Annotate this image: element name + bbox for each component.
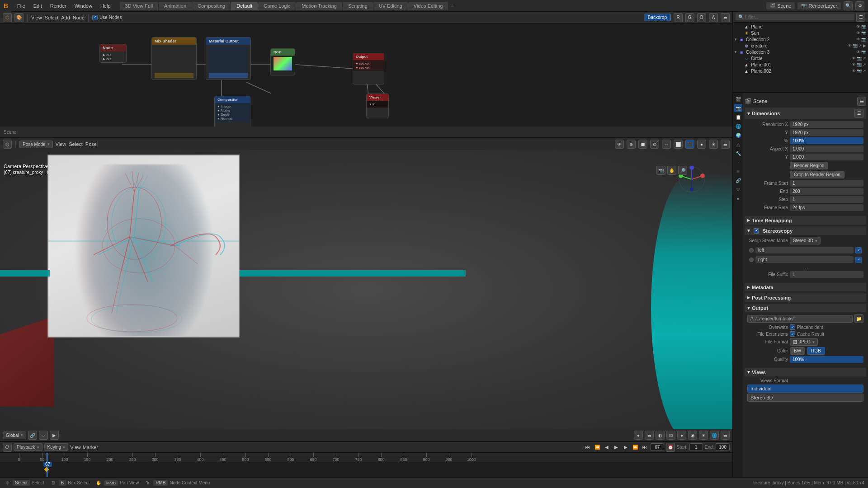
resolution-x-input[interactable]: 1920 px	[790, 121, 863, 128]
output-props-icon[interactable]: 📷	[734, 104, 742, 112]
world-props-icon[interactable]: 🌍	[734, 131, 742, 139]
node-4[interactable]: RGB	[270, 48, 295, 75]
aspect-x-input[interactable]: 1.000	[790, 145, 863, 152]
right-eye-name[interactable]: right	[755, 256, 854, 263]
node-3[interactable]: Material Output	[206, 37, 251, 80]
tab-uvediting[interactable]: UV Editing	[373, 2, 408, 10]
constraints-icon[interactable]: 🔗	[734, 176, 742, 184]
transform-icon[interactable]: ↔	[662, 140, 671, 149]
stereoscopy-enable-checkbox[interactable]	[754, 228, 759, 234]
node-menu-select[interactable]: Select	[45, 15, 59, 20]
file-suffix-input[interactable]: L	[790, 271, 863, 278]
step-back-btn[interactable]: ◀	[603, 443, 611, 451]
material-props-icon[interactable]: ●	[734, 194, 742, 202]
node-2[interactable]: Mix Shader	[151, 37, 197, 80]
playback-dropdown[interactable]: Playback	[14, 443, 42, 451]
file-format-dropdown[interactable]: 🖼 JPEG	[790, 338, 818, 346]
data-props-icon[interactable]: ▽	[734, 185, 742, 193]
node-1[interactable]: Node ▶ out ▶ out	[99, 44, 127, 63]
options-button[interactable]: ⚙	[855, 1, 864, 10]
node-settings[interactable]: ☰	[721, 13, 730, 22]
file-ext-checkbox[interactable]	[790, 331, 795, 337]
playhead-toggle[interactable]: ▶	[50, 431, 59, 440]
outliner-item-plane[interactable]: ▲ Plane 👁 📷	[733, 23, 868, 30]
prev-keyframe-btn[interactable]: ⏪	[593, 443, 601, 451]
output-path-input[interactable]: //../../render/turntable/	[747, 315, 853, 323]
metadata-header[interactable]: ▸ Metadata	[745, 283, 866, 291]
particles-props-icon[interactable]: ·	[734, 158, 742, 166]
node-b-icon[interactable]: B	[697, 13, 706, 22]
xray-btn[interactable]: ⊡	[666, 431, 675, 440]
physics-props-icon[interactable]: ⚛	[734, 167, 742, 175]
node-g-icon[interactable]: G	[685, 13, 694, 22]
postprocessing-header[interactable]: ▸ Post Processing	[745, 293, 866, 302]
dimensions-header[interactable]: ▾ Dimensions ☰	[745, 108, 866, 119]
tab-default[interactable]: Default	[231, 2, 258, 10]
outliner-item-collection3[interactable]: ▾ ■ Collection 3 👁 📷	[733, 49, 868, 55]
zoom-nav-icon[interactable]: 🔎	[678, 166, 687, 175]
outliner-search[interactable]	[736, 14, 854, 20]
frame-step-input[interactable]: 1	[790, 196, 863, 203]
output-header[interactable]: ▾ Output	[745, 304, 866, 312]
node-5[interactable]: Output ● socket● socket	[353, 53, 384, 84]
viewport-menu-view[interactable]: View	[56, 141, 66, 147]
node-menu-add[interactable]: Add	[61, 15, 70, 20]
timeline-mode-icon[interactable]: ⏱	[3, 443, 12, 452]
snap-toggle[interactable]: 🔗	[28, 431, 37, 440]
snap-icon[interactable]: 🔲	[638, 140, 647, 149]
frame-end-input[interactable]: 200	[790, 188, 863, 195]
node-editor-content[interactable]: Node ▶ out ▶ out Mix Shader Ma	[0, 23, 732, 127]
keyframe-track[interactable]: 67	[0, 462, 732, 477]
node-editor-mode-icon[interactable]: ⬡	[3, 13, 12, 22]
frame-rate-display[interactable]: 24 fps	[790, 204, 863, 211]
outliner-item-sun[interactable]: ☀ Sun 👁 📷	[733, 30, 868, 36]
shading-material[interactable]: ●	[697, 140, 706, 149]
render-shading[interactable]: ☀	[699, 431, 708, 440]
shading-wireframe[interactable]: ⬜	[674, 140, 683, 149]
render-region-btn[interactable]: Render Region	[790, 162, 828, 169]
node-menu-node[interactable]: Node	[73, 15, 85, 20]
overlay-icon[interactable]: 👁	[615, 140, 624, 149]
blender-logo[interactable]: B	[0, 0, 12, 12]
tab-animation[interactable]: Animation	[159, 2, 192, 10]
views-format-stereo3d[interactable]: Stereo 3D	[747, 394, 863, 402]
scene-selector[interactable]: 🎬 Scene	[766, 2, 795, 9]
outliner-item-plane002[interactable]: ▲ Plane.002 👁 📷 ↗	[733, 68, 868, 74]
end-frame-input[interactable]: 100	[716, 443, 730, 451]
outliner-item-plane001[interactable]: ▲ Plane.001 👁 📷 ↗	[733, 61, 868, 68]
view-layer-icon[interactable]: 📋	[734, 113, 742, 121]
clock-icon[interactable]: ⏰	[666, 443, 675, 452]
search-button[interactable]: 🔍	[844, 1, 853, 10]
outliner-filter-icon[interactable]: ☰	[856, 13, 865, 22]
left-eye-checkbox[interactable]: ✓	[855, 247, 862, 253]
play-btn[interactable]: ▶	[612, 443, 620, 451]
menu-edit[interactable]: Edit	[30, 2, 46, 9]
left-eye-name[interactable]: left	[755, 247, 854, 253]
aspect-y-input[interactable]: 1.000	[790, 154, 863, 160]
jump-end-btn[interactable]: ⏭	[641, 443, 649, 451]
tab-3dviewfull[interactable]: 3D View Full	[120, 2, 159, 10]
use-nodes-checkbox[interactable]	[92, 15, 98, 20]
material-shading[interactable]: ◉	[688, 431, 697, 440]
crop-region-btn[interactable]: Crop to Render Region	[790, 171, 844, 178]
backdrop-button[interactable]: Backdrop	[644, 14, 671, 21]
outliner-item-circle[interactable]: ○ Circle 👁 📷 ↗	[733, 55, 868, 61]
proportional-icon[interactable]: ⊙	[650, 140, 659, 149]
frame-start-input[interactable]: 1	[790, 180, 863, 187]
hdri-btn[interactable]: 🌐	[710, 431, 719, 440]
node-menu-view[interactable]: View	[31, 15, 42, 20]
node-7[interactable]: Compositor ● Image ● Alpha ● Depth ● Nor…	[214, 96, 250, 127]
node-editor-type[interactable]: 🎨	[14, 13, 24, 22]
viewport-mode-icon[interactable]: ⬡	[3, 140, 12, 149]
tab-videoediting[interactable]: Video Editing	[408, 2, 448, 10]
views-header[interactable]: ▾ Views	[745, 368, 866, 376]
menu-file[interactable]: File	[14, 2, 29, 9]
right-eye-checkbox[interactable]: ✓	[855, 257, 862, 263]
next-keyframe-btn[interactable]: ⏩	[631, 443, 639, 451]
renderlayer-selector[interactable]: 📷 RenderLayer	[797, 2, 841, 9]
outliner-item-collection2[interactable]: ▾ ■ Collection 2 👁 📷	[733, 36, 868, 42]
stereoscopy-header[interactable]: ▾ Stereoscopy	[745, 226, 866, 235]
camera-nav-icon[interactable]: 📷	[656, 166, 665, 175]
resolution-y-input[interactable]: 1920 px	[790, 129, 863, 136]
node-a-icon[interactable]: A	[709, 13, 718, 22]
